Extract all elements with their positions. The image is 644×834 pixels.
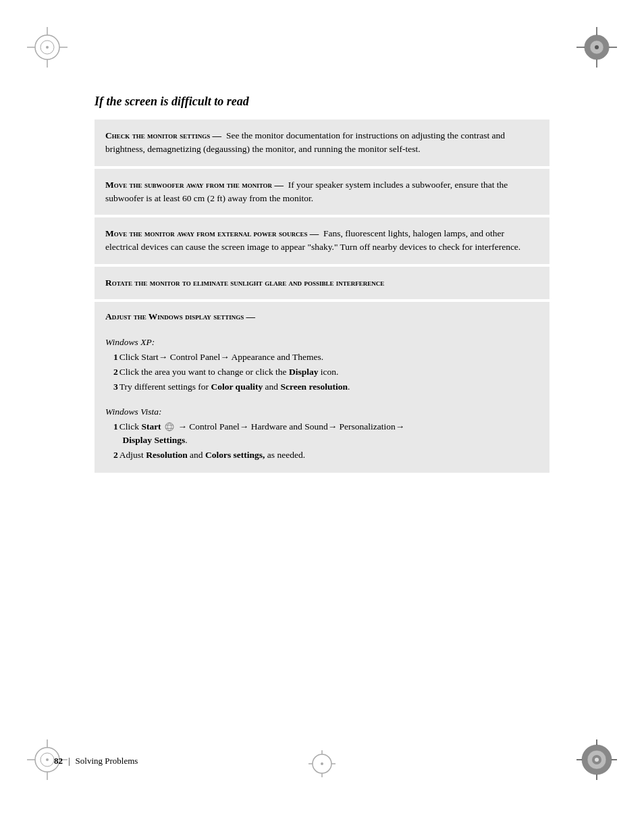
corner-mark-tr <box>576 27 617 68</box>
footer-separator: | <box>68 756 70 766</box>
svg-point-35 <box>165 423 173 431</box>
os-vista-label: Windows Vista: <box>105 407 539 417</box>
rotate-monitor-text: Rotate the monitor to eliminate sunlight… <box>105 276 539 290</box>
windows-logo-icon <box>165 422 174 432</box>
footer-section-text: Solving Problems <box>76 756 138 766</box>
move-subwoofer-label: Move the subwoofer away from the monitor… <box>105 180 284 190</box>
rotate-monitor-block: Rotate the monitor to eliminate sunlight… <box>95 267 549 299</box>
check-monitor-block: Check the monitor settings — See the mon… <box>95 120 549 166</box>
svg-point-2 <box>46 46 49 49</box>
xp-step-1: 1Click Start→ Control Panel→ Appearance … <box>105 350 539 364</box>
vista-step-1: 1Click Start → Control Panel→ Hardware a… <box>105 420 539 448</box>
move-subwoofer-block: Move the subwoofer away from the monitor… <box>95 169 549 215</box>
corner-mark-tl <box>27 27 68 68</box>
footer: 82 | Solving Problems <box>54 756 590 766</box>
adjust-windows-block: Adjust the Windows display settings — Wi… <box>95 302 549 473</box>
os-xp-label: Windows XP: <box>105 337 539 348</box>
check-monitor-label: Check the monitor settings — <box>105 130 221 140</box>
vista-step-2: 2Adjust Resolution and Colors settings, … <box>105 448 539 462</box>
move-monitor-text: Move the monitor away from external powe… <box>105 227 539 255</box>
svg-point-9 <box>595 45 599 49</box>
move-subwoofer-text: Move the subwoofer away from the monitor… <box>105 178 539 206</box>
check-monitor-text: Check the monitor settings — See the mon… <box>105 129 539 157</box>
svg-point-24 <box>595 758 599 762</box>
adjust-windows-label: Adjust the Windows display settings — <box>105 311 539 322</box>
xp-step-2: 2Click the area you want to change or cl… <box>105 365 539 379</box>
footer-page-number: 82 <box>54 756 63 766</box>
section-title: If the screen is difficult to read <box>95 95 549 109</box>
main-content: If the screen is difficult to read Check… <box>95 95 549 473</box>
svg-point-16 <box>46 758 49 761</box>
page: If the screen is difficult to read Check… <box>0 0 644 834</box>
xp-step-3: 3Try different settings for Color qualit… <box>105 380 539 394</box>
move-monitor-label: Move the monitor away from external powe… <box>105 228 319 238</box>
move-monitor-block: Move the monitor away from external powe… <box>95 217 549 264</box>
